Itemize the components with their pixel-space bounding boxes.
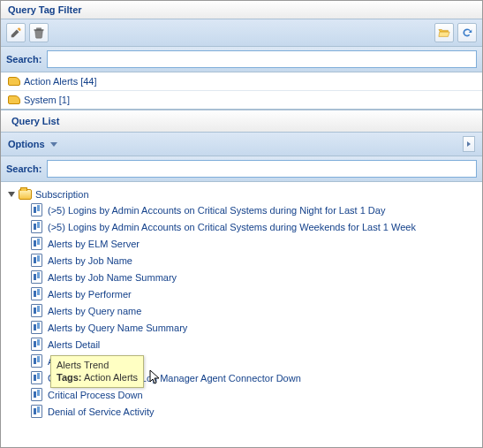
report-icon	[31, 203, 42, 216]
chevron-down-icon	[50, 142, 57, 147]
query-search-bar: Search:	[1, 156, 482, 182]
report-icon	[31, 220, 42, 233]
tree-item[interactable]: Alerts by Query name	[27, 302, 479, 319]
tree-item-label: Denial of Service Activity	[48, 406, 154, 417]
tag-label: Action Alerts [44]	[24, 76, 97, 87]
folder-open-icon	[438, 27, 450, 39]
report-icon	[31, 287, 42, 300]
tag-icon	[8, 77, 20, 86]
query-search-label: Search:	[6, 163, 42, 174]
tree-item-label: Alerts by Job Name	[48, 255, 132, 266]
tree-item-label: Alerts by Performer	[48, 289, 132, 300]
tree-item-label: (>5) Logins by Admin Accounts on Critica…	[48, 205, 385, 216]
report-icon	[31, 254, 42, 267]
tree-item[interactable]: Alerts Detail	[27, 336, 479, 353]
tree-item-label: (>5) Logins by Admin Accounts on Critica…	[48, 222, 416, 232]
tree-item[interactable]: (>5) Logins by Admin Accounts on Critica…	[27, 201, 479, 218]
tooltip: Alerts Trend Tags: Action Alerts	[50, 355, 144, 388]
tooltip-tags-label: Tags:	[57, 372, 82, 383]
tree-root-label: Subscription	[35, 189, 89, 200]
delete-button[interactable]	[29, 23, 49, 42]
tag-list: Action Alerts [44] System [1]	[1, 72, 482, 110]
options-label: Options	[8, 139, 45, 149]
report-icon	[31, 371, 42, 384]
tree-collapse-icon	[8, 192, 15, 197]
panel-collapse-button[interactable]	[463, 136, 475, 152]
tag-filter-title: Query Tag Filter	[8, 4, 82, 15]
folder-icon	[19, 189, 32, 200]
report-icon	[31, 321, 42, 334]
tag-toolbar	[1, 19, 482, 47]
query-search-input[interactable]	[47, 160, 477, 178]
tag-filter-header: Query Tag Filter	[1, 1, 482, 19]
tag-search-input[interactable]	[47, 50, 477, 68]
open-folder-button[interactable]	[434, 23, 454, 42]
tag-search-bar: Search:	[1, 47, 482, 72]
query-list-title: Query List	[11, 116, 59, 126]
tag-icon	[8, 95, 20, 104]
tree-item[interactable]: Alerts by Query Name Summary	[27, 319, 479, 336]
tree-item[interactable]: (>5) Logins by Admin Accounts on Critica…	[27, 218, 479, 235]
tag-item-action-alerts[interactable]: Action Alerts [44]	[1, 72, 482, 91]
tree-item-label: Alerts Detail	[48, 339, 100, 350]
query-tree: Subscription (>5) Logins by Admin Accoun…	[1, 182, 482, 447]
chevron-icon	[465, 140, 472, 148]
pencil-icon	[10, 27, 22, 39]
tree-node-subscription[interactable]: Subscription	[4, 187, 479, 201]
refresh-button[interactable]	[457, 23, 477, 42]
tooltip-title: Alerts Trend	[57, 359, 138, 371]
tooltip-tags-value: Action Alerts	[84, 372, 138, 383]
options-bar: Options	[1, 133, 482, 156]
tree-item-label: Alerts by Job Name Summary	[48, 272, 177, 283]
tree-item-label: Alerts by Query Name Summary	[48, 323, 187, 333]
report-icon	[31, 304, 42, 317]
tree-item-label: Critical Process Down	[48, 390, 143, 400]
tree-item-label: Alerts by Query name	[48, 306, 141, 316]
tag-item-system[interactable]: System [1]	[1, 91, 482, 109]
tree-item[interactable]: Denial of Service Activity	[27, 403, 479, 420]
trash-icon	[33, 27, 45, 39]
tree-item-label: Alerts by ELM Server	[48, 239, 140, 249]
report-icon	[31, 237, 42, 250]
tree-item[interactable]: Alerts by Performer	[27, 285, 479, 302]
tree-item[interactable]: Critical Process Down	[27, 386, 479, 403]
tree-item[interactable]: Alerts by ELM Server	[27, 235, 479, 252]
report-icon	[31, 354, 42, 368]
report-icon	[31, 388, 42, 401]
report-icon	[31, 270, 42, 284]
query-list-header: Query List	[1, 110, 482, 133]
report-icon	[31, 405, 42, 418]
tag-label: System [1]	[24, 95, 70, 105]
report-icon	[31, 338, 42, 351]
tree-item[interactable]: Alerts by Job Name	[27, 252, 479, 269]
tree-item[interactable]: Alerts by Job Name Summary	[27, 269, 479, 285]
edit-button[interactable]	[6, 23, 26, 42]
tag-search-label: Search:	[6, 54, 42, 65]
refresh-icon	[461, 27, 473, 39]
options-menu[interactable]: Options	[8, 139, 57, 149]
